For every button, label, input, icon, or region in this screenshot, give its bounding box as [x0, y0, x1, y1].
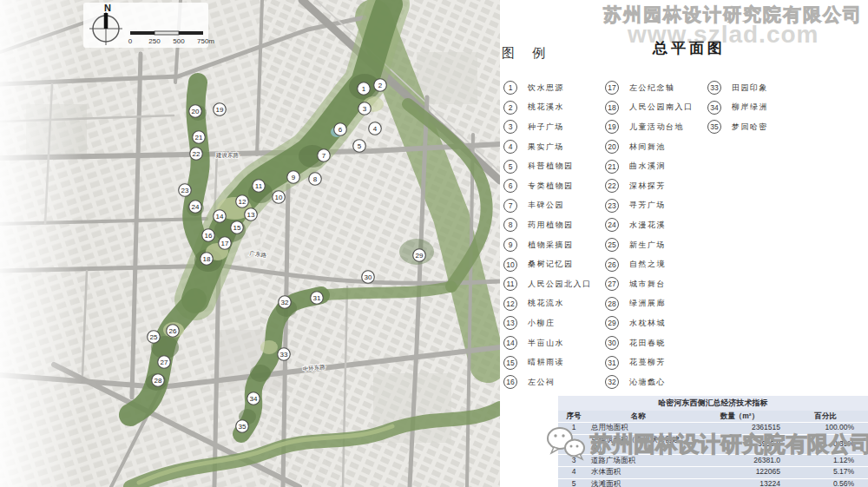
svg-text:8: 8 [313, 175, 318, 183]
map-canvas: N 0 250 500 750m 建设东路中环东路广东路 12345678910… [0, 0, 500, 487]
svg-text:21: 21 [195, 134, 203, 141]
legend-item-14: 14半亩山水 [503, 333, 592, 353]
legend-item-number: 10 [503, 258, 517, 272]
legend-item-label: 左公纪念轴 [629, 82, 675, 94]
map-marker-7: 7 [318, 149, 331, 162]
table-cell: 5.17% [792, 467, 858, 478]
legend-item-31: 31花蔓柳芳 [605, 352, 694, 372]
legend-item-label: 城市舞台 [629, 279, 666, 290]
map-marker-30: 30 [362, 271, 375, 284]
svg-text:30: 30 [365, 273, 372, 281]
map-marker-27: 27 [158, 356, 171, 369]
legend-item-label: 饮水思源 [528, 82, 564, 94]
table-cell: 浅滩面积 [589, 479, 687, 487]
legend-item-label: 寻芳广场 [629, 200, 666, 211]
table-row: 5浅滩面积132240.56% [558, 479, 868, 487]
legend-item-label: 水漫花溪 [629, 220, 666, 231]
table-cell: 13224 [687, 479, 792, 487]
legend-item-label: 果实广场 [528, 141, 564, 153]
legend-item-24: 24水漫花溪 [605, 215, 694, 235]
svg-text:22: 22 [193, 150, 201, 158]
svg-text:18: 18 [203, 255, 211, 263]
map-marker-12: 12 [236, 195, 249, 208]
map-marker-18: 18 [201, 253, 214, 266]
map-marker-1: 1 [358, 82, 371, 95]
legend-item-label: 林间舞池 [629, 141, 666, 153]
legend-item-number: 9 [503, 238, 517, 252]
legend-item-17: 17左公纪念轴 [605, 78, 694, 98]
legend-item-number: 21 [605, 160, 619, 174]
legend-item-number: 20 [605, 140, 619, 154]
legend-item-label: 半亩山水 [528, 338, 564, 349]
map-marker-10: 10 [273, 191, 286, 204]
legend-item-number: 12 [503, 297, 517, 311]
wechat-icon [545, 424, 587, 463]
scale-tick: 250 [148, 37, 161, 45]
legend-item-23: 23寻芳广场 [605, 196, 694, 216]
legend-item-number: 31 [605, 356, 619, 370]
legend-item-6: 6专类植物园 [503, 176, 592, 196]
legend-item-number: 26 [605, 258, 619, 272]
svg-text:32: 32 [281, 299, 289, 306]
legend-item-number: 5 [503, 160, 517, 174]
legend-item-1: 1饮水思源 [503, 78, 592, 98]
legend-item-number: 7 [503, 199, 517, 213]
legend-item-number: 8 [503, 218, 517, 232]
scale-tick: 750m [197, 37, 214, 45]
legend-item-27: 27城市舞台 [605, 274, 694, 294]
legend-item-label: 小柳庄 [528, 318, 556, 329]
map-marker-14: 14 [214, 210, 227, 223]
legend-column-2: 17左公纪念轴18人民公园南入口19儿童活动台地20林间舞池21曲水溪涧22深林… [605, 78, 694, 392]
table-header-cell: 名称 [589, 411, 687, 422]
legend-item-11: 11人民公园北入口 [503, 274, 592, 294]
legend-item-number: 13 [503, 316, 517, 330]
svg-text:29: 29 [416, 252, 424, 260]
legend-item-number: 23 [605, 199, 619, 213]
svg-text:5: 5 [358, 142, 362, 150]
legend-item-label: 桑树记忆园 [528, 259, 574, 270]
table-row: 4水体面积1220655.17% [558, 467, 868, 479]
svg-text:2: 2 [378, 82, 383, 89]
legend-item-label: 自然之境 [629, 259, 666, 270]
svg-text:14: 14 [216, 213, 224, 220]
map-marker-35: 35 [236, 420, 249, 433]
table-cell: 5 [558, 479, 589, 487]
table-header-cell: 数量（m²） [687, 411, 792, 422]
legend-item-label: 晴耕雨读 [528, 357, 564, 368]
svg-text:12: 12 [239, 198, 247, 206]
compass-scale-card: N 0 250 500 750m [83, 3, 214, 48]
legend-item-18: 18人民公园南入口 [605, 98, 694, 118]
scale-tick: 500 [173, 37, 185, 45]
map-marker-2: 2 [374, 79, 387, 92]
map-marker-6: 6 [334, 123, 347, 136]
legend-item-8: 8药用植物园 [503, 215, 592, 235]
scale-tick: 0 [128, 37, 133, 45]
svg-text:19: 19 [216, 106, 224, 114]
map-marker-17: 17 [219, 237, 232, 250]
legend-item-label: 水枕林城 [629, 318, 666, 329]
map-marker-19: 19 [214, 103, 227, 116]
table-cell: 4 [558, 467, 589, 478]
map-marker-34: 34 [247, 392, 260, 405]
map-marker-3: 3 [358, 102, 372, 115]
legend-item-number: 1 [503, 81, 517, 95]
legend-item-label: 田园印象 [732, 82, 768, 94]
legend-item-label: 新生广场 [629, 240, 666, 251]
map-marker-33: 33 [278, 348, 291, 361]
table-header-cell: 百分比 [792, 411, 858, 422]
table-title: 哈密河东西侧汇总经济技术指标 [558, 396, 868, 411]
map-marker-32: 32 [279, 296, 292, 309]
legend-item-label: 科普植物园 [528, 161, 574, 172]
legend-item-label: 丰碑公园 [528, 200, 564, 211]
master-plan-map: N 0 250 500 750m 建设东路中环东路广东路 12345678910… [0, 0, 500, 487]
company-watermark-bottom-text: 苏州园林设计研究院有限公司 [590, 430, 868, 458]
legend-item-number: 2 [503, 101, 517, 115]
table-header-row: 序号名称数量（m²）百分比 [558, 411, 868, 423]
legend-item-26: 26自然之境 [605, 254, 694, 274]
legend-item-label: 桃花溪水 [528, 102, 564, 113]
legend-item-label: 左公祠 [528, 377, 556, 388]
table-cell: 0.56% [792, 479, 858, 487]
map-marker-25: 25 [148, 331, 161, 344]
svg-text:24: 24 [192, 203, 200, 211]
legend-item-4: 4果实广场 [503, 137, 592, 157]
